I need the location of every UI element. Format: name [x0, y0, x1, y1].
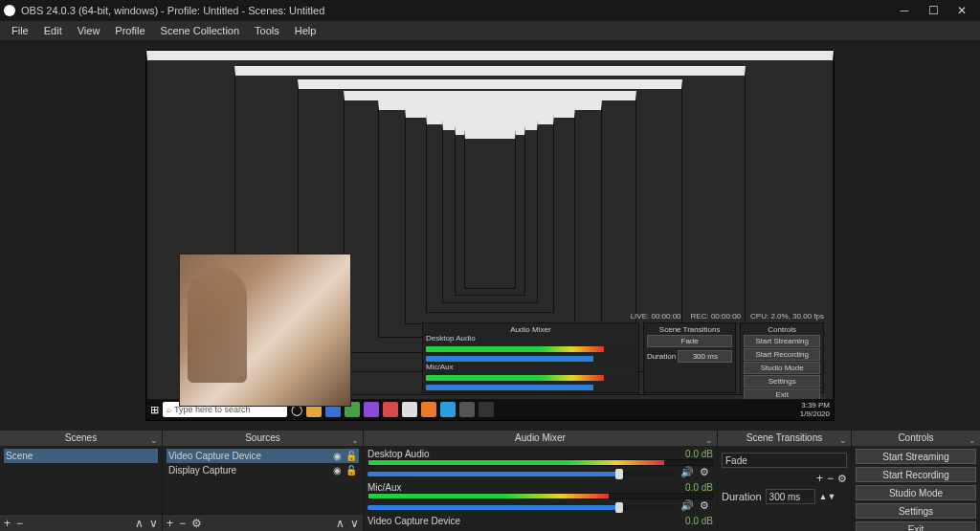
- exit-button[interactable]: Exit: [856, 521, 976, 531]
- start-streaming-button[interactable]: Start Streaming: [856, 449, 976, 464]
- titlebar: OBS 24.0.3 (64-bit, windows) - Profile: …: [0, 0, 980, 21]
- scenes-footer: + − ∧ ∨: [0, 514, 162, 531]
- inner-meter: [426, 375, 635, 381]
- lock-toggle-icon[interactable]: 🔓: [345, 451, 357, 461]
- inner-mixer-title: Audio Mixer: [426, 325, 635, 334]
- controls-body: Start Streaming Start Recording Studio M…: [852, 446, 980, 531]
- source-properties-button[interactable]: ⚙: [191, 517, 202, 530]
- start-recording-button[interactable]: Start Recording: [856, 467, 976, 482]
- source-down-button[interactable]: ∨: [350, 517, 359, 530]
- scenes-title: Scenes: [65, 432, 97, 443]
- mute-button-icon[interactable]: 🔊: [680, 466, 694, 478]
- remove-transition-button[interactable]: −: [827, 472, 834, 485]
- settings-button[interactable]: Settings: [856, 503, 976, 519]
- scenes-list[interactable]: Scene: [0, 446, 162, 514]
- scene-down-button[interactable]: ∨: [149, 517, 158, 530]
- mixer-track-mic-aux: Mic/Aux 0.0 dB 🔊 ⚙: [368, 482, 713, 512]
- add-transition-button[interactable]: +: [816, 472, 823, 485]
- transitions-header: Scene Transitions ⌄: [718, 431, 851, 446]
- scenes-panel: Scenes ⌄ Scene + − ∧ ∨: [0, 431, 163, 531]
- preview-area[interactable]: Audio Mixer Desktop Audio Mic/Aux Scene …: [0, 40, 980, 431]
- inner-statusbar: LIVE: 00:00:00 REC: 00:00:00 CPU: 2.0%, …: [631, 312, 824, 321]
- transition-select[interactable]: [722, 453, 847, 468]
- mixer-track-label: Video Capture Device: [368, 516, 460, 526]
- bottom-dock: Scenes ⌄ Scene + − ∧ ∨ Sources ⌄ Video C…: [0, 431, 980, 531]
- duration-stepper-icon[interactable]: ▲▼: [819, 492, 836, 501]
- inner-controls-title: Controls: [744, 325, 820, 334]
- sources-footer: + − ⚙ ∧ ∨: [163, 514, 363, 531]
- inner-status-cpu: CPU: 2.0%, 30.00 fps: [750, 312, 824, 321]
- mixer-body: Desktop Audio 0.0 dB 🔊 ⚙ Mic/Aux 0.0 dB: [364, 446, 717, 531]
- inner-status-live: LIVE: 00:00:00: [631, 312, 681, 321]
- sources-list[interactable]: Video Capture Device ◉ 🔓 Display Capture…: [163, 446, 363, 514]
- source-up-button[interactable]: ∧: [336, 517, 345, 530]
- controls-title: Controls: [898, 432, 933, 443]
- remove-source-button[interactable]: −: [179, 517, 186, 530]
- audio-mixer-panel: Audio Mixer ⌄ Desktop Audio 0.0 dB 🔊 ⚙ M…: [364, 431, 718, 531]
- inner-controls: Controls Start Streaming Start Recording…: [740, 322, 824, 393]
- track-settings-icon[interactable]: ⚙: [700, 499, 713, 512]
- menu-file[interactable]: File: [4, 23, 36, 38]
- menubar: File Edit View Profile Scene Collection …: [0, 21, 980, 40]
- inner-trans-title: Scene Transitions: [647, 325, 733, 334]
- inner-slider: [426, 385, 635, 390]
- lock-toggle-icon[interactable]: 🔓: [345, 465, 357, 476]
- inner-transitions: Scene Transitions Fade Duration 300 ms: [643, 322, 737, 393]
- inner-meter: [426, 346, 635, 352]
- webcam-source-preview[interactable]: [179, 254, 351, 407]
- inner-status-rec: REC: 00:00:00: [691, 312, 741, 321]
- inner-bottom-panels: Audio Mixer Desktop Audio Mic/Aux Scene …: [422, 322, 824, 393]
- mixer-track-db: 0.0 dB: [685, 449, 713, 459]
- inner-mixer-mic-label: Mic/Aux: [426, 363, 635, 371]
- inner-clock-date: 1/9/2020: [800, 409, 830, 418]
- menu-edit[interactable]: Edit: [36, 23, 70, 38]
- add-source-button[interactable]: +: [167, 517, 173, 530]
- studio-mode-button[interactable]: Studio Mode: [856, 485, 976, 500]
- remove-scene-button[interactable]: −: [16, 517, 23, 530]
- menu-profile[interactable]: Profile: [107, 23, 152, 38]
- mixer-track-db: 0.0 dB: [685, 482, 713, 493]
- source-item[interactable]: Display Capture ◉ 🔓: [167, 463, 359, 477]
- menu-scene-collection[interactable]: Scene Collection: [153, 23, 248, 38]
- visibility-toggle-icon[interactable]: ◉: [333, 451, 342, 461]
- menu-help[interactable]: Help: [287, 23, 324, 38]
- mute-button-icon[interactable]: 🔊: [680, 499, 694, 512]
- mixer-title: Audio Mixer: [515, 432, 566, 443]
- sources-header: Sources ⌄: [163, 431, 363, 446]
- source-item-label: Display Capture: [168, 465, 236, 476]
- add-scene-button[interactable]: +: [4, 517, 11, 530]
- inner-clock-time: 3:39 PM: [800, 401, 830, 409]
- inner-duration-label: Duration: [647, 352, 676, 361]
- transitions-title: Scene Transitions: [746, 432, 823, 443]
- source-item[interactable]: Video Capture Device ◉ 🔓: [167, 449, 359, 463]
- scene-up-button[interactable]: ∧: [135, 517, 144, 530]
- volume-slider[interactable]: [368, 505, 675, 510]
- window-title: OBS 24.0.3 (64-bit, windows) - Profile: …: [21, 5, 324, 16]
- sources-title: Sources: [245, 432, 280, 443]
- scenes-header: Scenes ⌄: [0, 431, 162, 446]
- inner-duration-value: 300 ms: [678, 350, 732, 363]
- volume-slider[interactable]: [368, 472, 675, 476]
- minimize-button[interactable]: ─: [890, 1, 919, 20]
- mixer-track-label: Mic/Aux: [368, 482, 402, 493]
- visibility-toggle-icon[interactable]: ◉: [333, 465, 342, 476]
- track-settings-icon[interactable]: ⚙: [700, 466, 713, 478]
- source-item-label: Video Capture Device: [168, 451, 261, 461]
- transitions-body: + − ⚙ Duration ▲▼: [718, 446, 851, 531]
- maximize-button[interactable]: ☐: [919, 1, 947, 20]
- inner-ctl: Studio Mode: [744, 362, 820, 374]
- audio-meter: [368, 459, 713, 466]
- menu-tools[interactable]: Tools: [247, 23, 287, 38]
- menu-view[interactable]: View: [70, 23, 108, 38]
- inner-fade: Fade: [647, 335, 733, 347]
- mixer-track-label: Desktop Audio: [368, 449, 430, 459]
- inner-ctl: Start Streaming: [744, 335, 820, 347]
- transition-settings-icon[interactable]: ⚙: [837, 473, 847, 485]
- preview-canvas[interactable]: Audio Mixer Desktop Audio Mic/Aux Scene …: [145, 50, 835, 421]
- mixer-header: Audio Mixer ⌄: [364, 431, 717, 446]
- close-button[interactable]: ✕: [947, 1, 976, 20]
- inner-ctl: Start Recording: [744, 348, 820, 361]
- scene-item[interactable]: Scene: [4, 449, 158, 463]
- inner-ctl: Settings: [744, 375, 820, 387]
- duration-input[interactable]: [766, 489, 815, 504]
